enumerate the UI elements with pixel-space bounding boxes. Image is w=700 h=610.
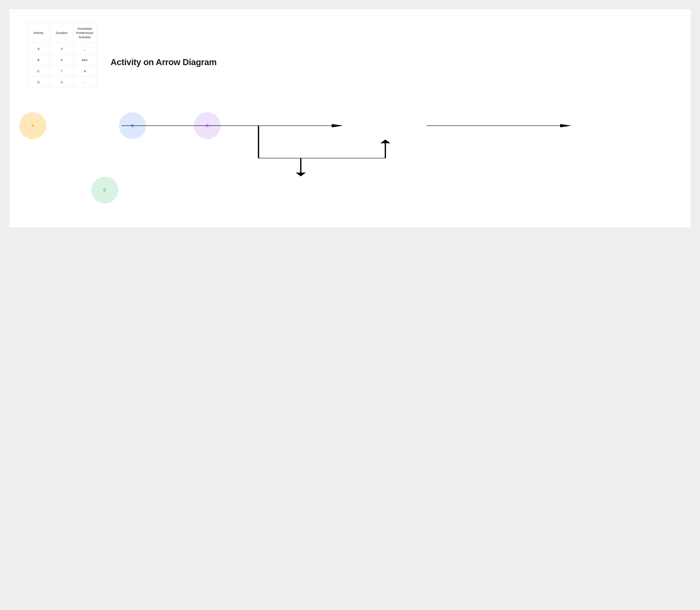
- cell-activity: B: [27, 54, 50, 65]
- cell-duration: 7: [50, 65, 74, 77]
- header-predecessor: Immediate Predecessor Activities: [74, 23, 97, 43]
- cell-predecessor: A&C: [74, 54, 97, 65]
- cell-activity: C: [27, 65, 50, 77]
- cell-duration: 6: [50, 54, 74, 65]
- node-d-label: D: [206, 124, 209, 128]
- cell-duration: 3: [50, 43, 74, 54]
- table-row: D 5 -: [27, 77, 97, 87]
- diagram-title: Activity on Arrow Diagram: [111, 57, 216, 67]
- table-row: C 7 A: [27, 65, 97, 77]
- activity-table: Activity Duration Immediate Predecessor …: [27, 23, 97, 88]
- cell-predecessor: _: [74, 43, 97, 54]
- edge-branch-to-c: [259, 126, 301, 176]
- cell-predecessor: -: [74, 77, 97, 87]
- table-header-row: Activity Duration Immediate Predecessor …: [27, 23, 97, 43]
- header-activity: Activity: [27, 23, 50, 43]
- header-duration: Duration: [50, 23, 74, 43]
- table-row: A 3 _: [27, 43, 97, 54]
- node-c-label: C: [103, 188, 106, 192]
- diagram-canvas: Activity Duration Immediate Predecessor …: [9, 9, 691, 227]
- cell-predecessor: A: [74, 65, 97, 77]
- node-d: D: [194, 112, 221, 139]
- node-b-label: B: [131, 124, 134, 128]
- node-c: C: [91, 177, 118, 204]
- cell-duration: 5: [50, 77, 74, 87]
- cell-activity: A: [27, 43, 50, 54]
- node-a-label: A: [31, 124, 34, 128]
- cell-activity: D: [27, 77, 50, 87]
- edge-c-to-b: [301, 140, 385, 158]
- node-a: A: [19, 112, 46, 139]
- table-row: B 6 A&C: [27, 54, 97, 65]
- node-b: B: [119, 112, 146, 139]
